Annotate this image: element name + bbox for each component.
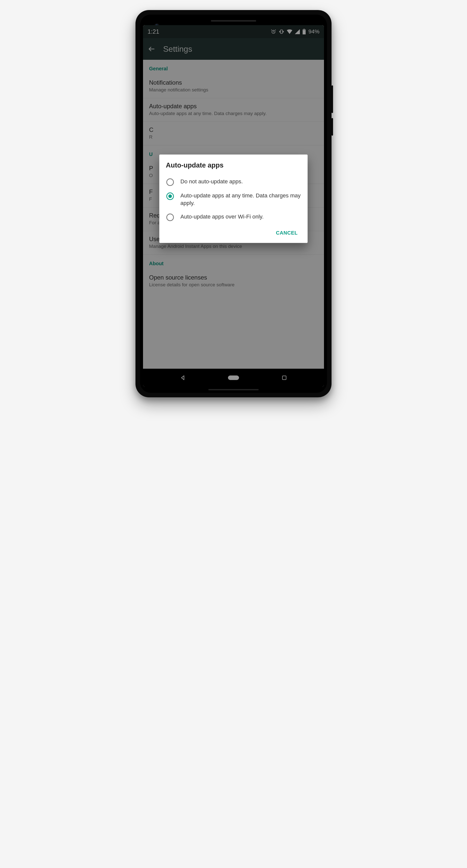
dialog-actions: CANCEL <box>166 227 301 239</box>
dialog-title: Auto-update apps <box>166 162 301 169</box>
earpiece <box>211 20 256 22</box>
auto-update-dialog: Auto-update apps Do not auto-update apps… <box>159 155 308 243</box>
phone-bezel: 1:21 9 <box>140 14 327 393</box>
radio-option-wifi-only[interactable]: Auto-update apps over Wi-Fi only. <box>166 210 301 224</box>
radio-option-any-time[interactable]: Auto-update apps at any time. Data charg… <box>166 189 301 210</box>
power-button <box>331 118 333 135</box>
radio-label: Auto-update apps at any time. Data charg… <box>180 192 301 207</box>
radio-option-do-not-update[interactable]: Do not auto-update apps. <box>166 175 301 189</box>
radio-label: Do not auto-update apps. <box>180 178 243 186</box>
radio-label: Auto-update apps over Wi-Fi only. <box>180 213 264 220</box>
cancel-button[interactable]: CANCEL <box>272 227 301 239</box>
volume-button <box>331 85 333 113</box>
radio-icon <box>166 193 174 200</box>
screen: 1:21 9 <box>143 25 324 387</box>
radio-icon <box>166 214 174 221</box>
phone-frame: 1:21 9 <box>136 10 331 397</box>
bottom-speaker <box>208 389 259 390</box>
radio-icon <box>166 179 174 186</box>
